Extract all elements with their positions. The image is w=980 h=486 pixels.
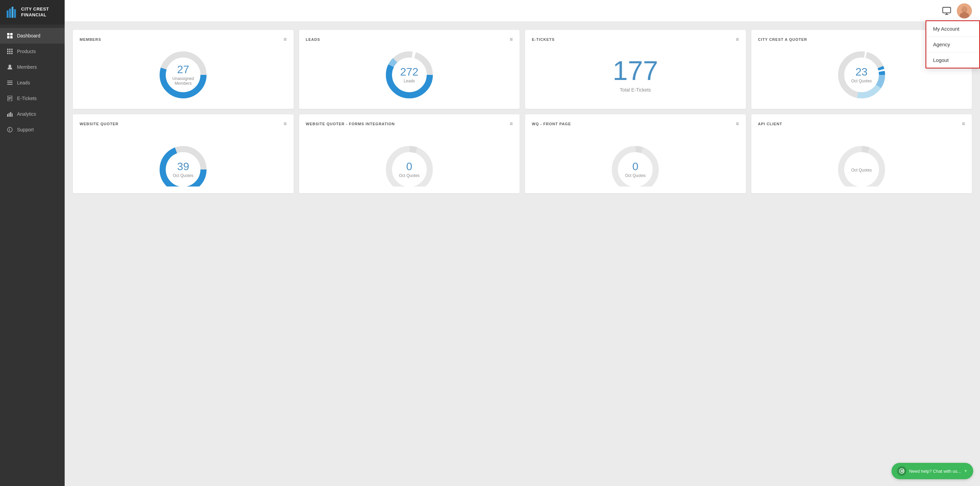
svg-rect-7 — [10, 36, 13, 38]
svg-rect-4 — [7, 33, 10, 35]
wq-label: Oct Quotes — [173, 173, 194, 178]
wqfp-label: Oct Quotes — [625, 173, 646, 178]
card-api-menu[interactable]: ≡ — [962, 121, 965, 127]
quoter-label: Oct Quotes — [851, 79, 872, 83]
card-members-header: MEMBERS ≡ — [80, 37, 287, 42]
card-wqf-menu[interactable]: ≡ — [510, 121, 513, 127]
wqf-label: Oct Quotes — [399, 173, 420, 178]
card-quoter-title: CITY CREST A QUOTER — [758, 37, 808, 41]
svg-rect-10 — [11, 49, 13, 50]
card-wqf-title: WEBSITE QUOTER - FORMS INTEGRATION — [306, 122, 395, 126]
avatar-image — [957, 3, 972, 18]
etickets-count: 177 — [613, 57, 658, 84]
cards-row-1: MEMBERS ≡ 27 UnassignedMembers — [73, 30, 972, 109]
products-icon — [7, 48, 13, 54]
svg-rect-12 — [9, 51, 11, 52]
sidebar-item-leads[interactable]: Leads — [0, 75, 65, 91]
avatar[interactable] — [957, 3, 972, 18]
logo-icon — [5, 6, 18, 18]
svg-rect-15 — [9, 53, 11, 54]
members-donut: 27 UnassignedMembers — [156, 48, 210, 102]
wqfp-count: 0 — [625, 161, 646, 172]
card-members: MEMBERS ≡ 27 UnassignedMembers — [73, 30, 294, 109]
chat-icon: M — [897, 466, 907, 476]
dropdown-item-my-account[interactable]: My Account — [926, 21, 979, 37]
svg-text:i: i — [9, 127, 10, 132]
svg-rect-22 — [8, 97, 11, 98]
svg-rect-5 — [10, 33, 13, 35]
card-wqfp-body: 0 Oct Quotes — [532, 132, 739, 186]
card-wq-body: 39 Oct Quotes — [80, 132, 287, 186]
analytics-icon — [7, 111, 13, 117]
main-area: My Account Agency Logout MEMBERS ≡ — [65, 0, 980, 486]
cards-row-2: WEBSITE QUOTER ≡ 39 Oct Quotes — [73, 114, 972, 193]
card-api-title: API CLIENT — [758, 122, 782, 126]
svg-rect-2 — [11, 7, 13, 18]
leads-icon — [7, 80, 13, 86]
sidebar: CITY CREST FINANCIAL Dashboard — [0, 0, 65, 486]
svg-rect-20 — [7, 84, 13, 85]
dropdown-item-agency[interactable]: Agency — [926, 37, 979, 52]
wqfp-donut: 0 Oct Quotes — [608, 142, 662, 186]
sidebar-label-dashboard: Dashboard — [17, 33, 40, 38]
quoter-count: 23 — [851, 66, 872, 77]
card-wqf-body: 0 Oct Quotes — [306, 132, 513, 186]
sidebar-item-etickets[interactable]: E-Tickets — [0, 91, 65, 106]
card-wq-header: WEBSITE QUOTER ≡ — [80, 121, 287, 127]
sidebar-label-support: Support — [17, 127, 34, 132]
svg-rect-6 — [7, 36, 10, 38]
card-wq-menu[interactable]: ≡ — [283, 121, 286, 127]
members-count: 27 — [172, 64, 194, 75]
members-label: UnassignedMembers — [172, 76, 194, 86]
card-wq-title: WEBSITE QUOTER — [80, 122, 118, 126]
chat-widget[interactable]: M Need help? Chat with us... ▼ — [891, 463, 973, 479]
card-api-header: API CLIENT ≡ — [758, 121, 966, 127]
sidebar-item-members[interactable]: Members — [0, 59, 65, 75]
svg-rect-8 — [7, 49, 8, 50]
svg-rect-14 — [7, 53, 8, 54]
sidebar-item-analytics[interactable]: Analytics — [0, 106, 65, 122]
leads-donut-center: 272 Leads — [400, 66, 418, 83]
card-etickets-menu[interactable]: ≡ — [736, 37, 739, 42]
wq-donut: 39 Oct Quotes — [156, 142, 210, 186]
quoter-donut-center: 23 Oct Quotes — [851, 66, 872, 83]
card-wqf-header: WEBSITE QUOTER - FORMS INTEGRATION ≡ — [306, 121, 513, 127]
wqfp-donut-center: 0 Oct Quotes — [625, 161, 646, 178]
svg-rect-23 — [8, 98, 11, 99]
svg-rect-18 — [7, 81, 13, 81]
sidebar-nav: Dashboard Products — [0, 24, 65, 486]
dashboard-icon — [7, 33, 13, 39]
leads-count: 272 — [400, 66, 418, 77]
card-leads-title: LEADS — [306, 37, 320, 41]
card-wqfp-menu[interactable]: ≡ — [736, 121, 739, 127]
card-wqfp-title: WQ - FRONT PAGE — [532, 122, 571, 126]
svg-rect-9 — [9, 49, 11, 50]
topbar: My Account Agency Logout — [65, 0, 980, 22]
api-donut-center: Oct Quotes — [851, 166, 872, 172]
svg-rect-16 — [11, 53, 13, 54]
dropdown-item-logout[interactable]: Logout — [926, 53, 979, 68]
sidebar-item-products[interactable]: Products — [0, 43, 65, 59]
sidebar-item-support[interactable]: i Support — [0, 122, 65, 137]
svg-point-17 — [8, 65, 11, 67]
card-members-menu[interactable]: ≡ — [283, 37, 286, 42]
card-api-body: Oct Quotes — [758, 132, 966, 186]
svg-rect-0 — [7, 11, 8, 18]
card-etickets: E-TICKETS ≡ 177 Total E-Tickets — [525, 30, 746, 109]
wqf-donut: 0 Oct Quotes — [382, 142, 437, 186]
svg-rect-24 — [8, 99, 10, 100]
card-etickets-header: E-TICKETS ≡ — [532, 37, 739, 42]
logo-text: CITY CREST FINANCIAL — [21, 6, 49, 18]
leads-label: Leads — [400, 79, 418, 83]
card-etickets-title: E-TICKETS — [532, 37, 555, 41]
card-leads: LEADS ≡ 272 Leads — [299, 30, 520, 109]
sidebar-label-products: Products — [17, 49, 36, 54]
svg-rect-31 — [943, 7, 950, 13]
card-leads-menu[interactable]: ≡ — [510, 37, 513, 42]
sidebar-label-etickets: E-Tickets — [17, 96, 37, 101]
svg-rect-25 — [7, 114, 8, 117]
card-members-body: 27 UnassignedMembers — [80, 48, 287, 102]
monitor-icon[interactable] — [942, 6, 951, 16]
quoter-donut: 23 Oct Quotes — [834, 48, 889, 102]
sidebar-item-dashboard[interactable]: Dashboard — [0, 28, 65, 43]
